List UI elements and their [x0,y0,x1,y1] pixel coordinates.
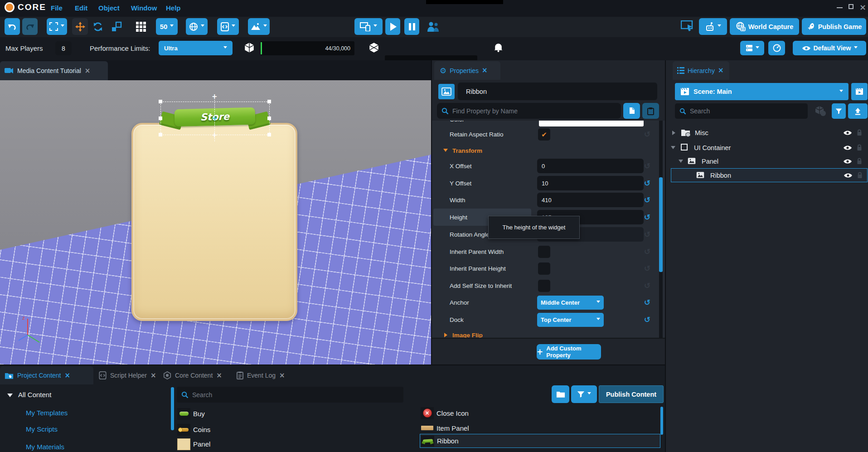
undo-button[interactable] [5,18,20,35]
menu-item-edit[interactable]: Edit [75,4,87,12]
pause-button[interactable] [404,18,419,35]
redo-button[interactable] [22,18,38,35]
content-list-scrollbar[interactable] [171,387,174,430]
visibility-eye-icon[interactable] [843,130,852,136]
lock-icon[interactable] [857,129,862,136]
reset-icon[interactable]: ↺ [644,231,650,238]
scene-dropdown[interactable]: Scene: Main [675,83,849,100]
add-custom-property-button[interactable]: + Add Custom Property [537,344,601,360]
max-players-input[interactable]: 8 [55,41,72,55]
all-content-expander-icon[interactable] [7,394,13,397]
close-icon[interactable]: × [482,67,488,74]
preview-device-dropdown[interactable] [354,18,383,35]
visibility-eye-icon[interactable] [843,158,852,165]
reset-icon[interactable]: ↺ [644,196,650,204]
hierarchy-node-panel[interactable]: Panel [666,156,868,168]
menu-item-help[interactable]: Help [166,4,181,12]
asset-item-ribbon-selected[interactable]: Ribbon [420,434,660,448]
move-tool-button[interactable] [72,18,88,35]
tab-script-helper[interactable]: Script Helper × [95,366,157,384]
property-search-input[interactable]: Find Property by Name [437,103,621,119]
close-icon[interactable]: × [150,372,156,379]
multiplayer-preview-button[interactable] [427,21,441,33]
lock-icon[interactable] [857,172,863,179]
content-filter-dropdown[interactable] [571,385,597,403]
rotate-tool-button[interactable] [90,20,106,33]
asset-item-close-icon[interactable]: × Close Icon [421,407,611,419]
store-panel-image[interactable] [131,123,297,321]
hierarchy-import-button[interactable] [848,103,868,119]
play-button[interactable] [385,18,400,35]
menu-item-file[interactable]: File [51,4,63,12]
asset-item-item-panel[interactable]: Item Panel [421,422,611,434]
network-context-icon[interactable] [814,105,827,117]
close-icon[interactable]: × [65,372,71,379]
selection-handle[interactable] [159,100,162,103]
hierarchy-node-ribbon-selected[interactable]: Ribbon [671,168,868,182]
tab-core-content[interactable]: Core Content × [160,366,228,384]
sidebar-item-my-materials[interactable]: My Materials [26,443,64,451]
open-folder-button[interactable] [552,385,569,403]
hierarchy-search-input[interactable]: Search [675,103,808,119]
reset-icon[interactable]: ↺ [644,248,650,256]
selection-handle[interactable] [159,133,162,136]
reset-icon[interactable]: ↺ [644,282,650,290]
hierarchy-node-misc[interactable]: Misc [666,127,868,139]
performance-gauge-button[interactable] [768,41,785,55]
object-name-input[interactable]: Ribbon [458,83,657,100]
expander-icon[interactable] [679,160,683,163]
publish-content-button[interactable]: Publish Content [599,385,664,403]
asset-list-scrollbar[interactable] [660,407,663,435]
tab-event-log[interactable]: Event Log × [233,366,292,384]
expander-icon[interactable] [671,146,675,149]
asset-item-coins[interactable]: Coins [177,423,331,436]
expander-icon[interactable] [672,131,675,135]
pivot-marker[interactable]: + [212,114,218,122]
add-self-size-checkbox[interactable] [538,280,550,292]
scale-tool-button[interactable] [108,20,124,33]
inherit-parent-height-checkbox[interactable] [538,262,550,275]
terrain-dropdown[interactable] [248,18,270,35]
image-flip-section-header[interactable]: Image Flip [452,332,483,338]
performance-limits-dropdown[interactable]: Ultra [159,41,233,55]
sidebar-item-my-scripts[interactable]: My Scripts [26,425,58,433]
minimize-button[interactable] [837,7,843,8]
close-icon[interactable]: × [279,372,285,379]
selection-handle[interactable] [159,117,162,120]
lock-icon[interactable] [857,158,862,165]
close-window-icon[interactable]: × [859,3,866,11]
close-icon[interactable]: × [216,372,222,379]
reset-icon[interactable]: ↺ [644,162,650,170]
asset-item-buy[interactable]: Buy [177,408,331,420]
reset-icon[interactable]: ↺ [644,316,650,324]
selection-handle[interactable] [267,117,271,120]
default-view-dropdown[interactable]: Default View [793,41,866,55]
viewport-tab[interactable]: Media Content Tutorial × [0,61,108,80]
color-swatch[interactable] [539,121,644,126]
close-icon[interactable]: × [85,68,91,74]
content-search-input[interactable]: Search [177,387,403,403]
menu-item-window[interactable]: Window [131,4,157,12]
reset-icon[interactable]: ↺ [644,180,650,187]
transform-section-header[interactable]: Transform [452,147,482,154]
world-settings-dropdown[interactable] [186,18,208,35]
new-scene-button[interactable] [851,83,868,100]
y-offset-input[interactable]: 10 [537,176,644,190]
menu-item-object[interactable]: Object [98,4,120,12]
scene-view[interactable]: Store + + + z [0,80,431,365]
anchor-dropdown[interactable]: Middle Center [537,296,604,310]
hierarchy-node-ui-container[interactable]: UI Container [666,142,868,154]
screen-share-button[interactable] [681,20,694,32]
publish-game-button[interactable]: Publish Game [802,18,866,35]
retain-aspect-ratio-checkbox[interactable]: ✔ [538,128,550,141]
reset-icon[interactable]: ↺ [644,214,650,221]
selection-handle[interactable] [267,100,271,103]
world-capture-button[interactable]: World Capture [730,18,799,35]
selection-handle[interactable] [267,133,271,136]
section-expander-icon[interactable] [443,149,448,152]
dock-dropdown[interactable]: Top Center [537,313,604,327]
reset-icon[interactable]: ↺ [644,265,650,272]
grid-snap-button[interactable] [133,20,149,33]
visibility-eye-icon[interactable] [843,145,852,151]
selection-plus-handle[interactable]: + [212,92,218,101]
